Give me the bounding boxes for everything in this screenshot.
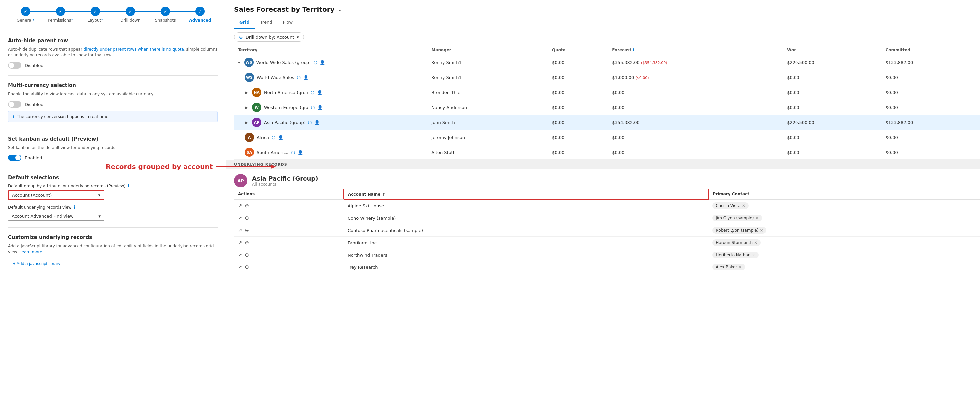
cell-committed: $0.00 xyxy=(881,100,980,115)
forecast-header: Sales Forecast by Territory ⌄ xyxy=(226,0,980,16)
view-dropdown-chevron: ▾ xyxy=(99,214,101,219)
territory-avatar: NA xyxy=(252,88,261,97)
underlying-row: ↗ ⊕ Coho Winery (sample) Jim Glynn (samp… xyxy=(234,212,980,224)
user-icon[interactable]: 👤 xyxy=(320,60,325,65)
share-icon[interactable]: ⬡ xyxy=(297,75,301,80)
remove-contact-icon[interactable]: × xyxy=(760,228,763,233)
step-general[interactable]: ✓ General* xyxy=(8,6,43,22)
underlying-row: ↗ ⊕ Alpine Ski House Cacilia Viera × xyxy=(234,199,980,212)
more-options-icon[interactable]: ⊕ xyxy=(245,264,249,270)
group-label-row: Default group by attribute for underlyin… xyxy=(8,183,218,188)
autohide-title: Auto-hide parent row xyxy=(8,38,218,43)
open-record-icon[interactable]: ↗ xyxy=(238,264,242,270)
view-dropdown[interactable]: Account Advanced Find View ▾ xyxy=(8,212,104,221)
cell-quota: $0.00 xyxy=(548,145,608,160)
tab-grid[interactable]: Grid xyxy=(234,16,255,29)
territory-avatar: WS xyxy=(245,73,254,82)
user-icon[interactable]: 👤 xyxy=(317,90,323,95)
territory-avatar: A xyxy=(245,133,254,142)
step-permissions[interactable]: ✓ Permissions* xyxy=(43,6,78,22)
share-icon[interactable]: ⬡ xyxy=(313,60,317,65)
more-options-icon[interactable]: ⊕ xyxy=(245,203,249,209)
forecast-dropdown-chevron[interactable]: ⌄ xyxy=(338,6,342,13)
expand-icon[interactable]: ▶ xyxy=(245,120,248,125)
step-permissions-label: Permissions* xyxy=(48,18,73,22)
step-drilldown-label: Drill down xyxy=(120,18,140,22)
right-panel: Sales Forecast by Territory ⌄ Grid Trend… xyxy=(226,0,980,413)
cell-committed: $133,882.00 xyxy=(881,115,980,130)
share-icon[interactable]: ⬡ xyxy=(311,90,315,95)
cell-won: $0.00 xyxy=(783,145,881,160)
territory-avatar: W xyxy=(252,103,261,112)
more-options-icon[interactable]: ⊕ xyxy=(245,252,249,258)
open-record-icon[interactable]: ↗ xyxy=(238,227,242,233)
open-record-icon[interactable]: ↗ xyxy=(238,215,242,221)
cell-committed: $133,882.00 xyxy=(881,55,980,70)
share-icon[interactable]: ⬡ xyxy=(308,120,312,125)
cell-territory: SA South America ⬡ 👤 xyxy=(234,145,428,160)
expand-icon[interactable]: ▾ xyxy=(238,60,240,65)
kanban-toggle[interactable] xyxy=(8,154,21,161)
territory-name: South America xyxy=(257,150,288,155)
account-name-cell: Trey Research xyxy=(344,261,708,273)
share-icon[interactable]: ⬡ xyxy=(311,105,315,110)
autohide-toggle[interactable] xyxy=(8,62,21,69)
cell-won: $0.00 xyxy=(783,100,881,115)
expand-icon[interactable]: ▶ xyxy=(245,105,248,110)
user-icon[interactable]: 👤 xyxy=(315,120,320,125)
remove-contact-icon[interactable]: × xyxy=(752,253,755,257)
cell-won: $0.00 xyxy=(783,130,881,145)
drilldown-button[interactable]: ⊕ Drill down by: Account ▾ xyxy=(234,32,304,41)
user-icon[interactable]: 👤 xyxy=(278,135,283,140)
customize-title: Customize underlying records xyxy=(8,234,218,240)
row-icons: ⬡ 👤 xyxy=(311,90,323,95)
open-record-icon[interactable]: ↗ xyxy=(238,203,242,209)
cell-territory: ▶ AP Asia Pacific (group) ⬡ 👤 xyxy=(234,115,428,130)
expand-icon[interactable]: ▶ xyxy=(245,90,248,95)
underlying-group-name: Asia Pacific (Group) xyxy=(252,175,318,182)
group-dropdown-value: Account (Account) xyxy=(12,193,51,198)
share-icon[interactable]: ⬡ xyxy=(272,135,275,140)
step-layout[interactable]: ✓ Layout* xyxy=(78,6,113,22)
step-drilldown-circle: ✓ xyxy=(126,6,135,16)
user-icon[interactable]: 👤 xyxy=(317,105,323,110)
add-javascript-button[interactable]: + Add a javascript library xyxy=(8,259,65,268)
col-committed: Committed xyxy=(881,45,980,55)
multicurrency-toggle[interactable] xyxy=(8,101,21,108)
more-options-icon[interactable]: ⊕ xyxy=(245,240,249,246)
step-drilldown[interactable]: ✓ Drill down xyxy=(113,6,148,22)
cell-committed: $0.00 xyxy=(881,70,980,85)
step-advanced[interactable]: ✓ Advanced xyxy=(183,6,218,22)
kanban-toggle-row: Enabled xyxy=(8,154,218,161)
remove-contact-icon[interactable]: × xyxy=(738,265,741,270)
remove-contact-icon[interactable]: × xyxy=(742,203,745,208)
territory-avatar: WS xyxy=(244,58,254,67)
remove-contact-icon[interactable]: × xyxy=(755,216,759,220)
kanban-desc: Set kanban as the default view for under… xyxy=(8,145,218,151)
user-icon[interactable]: 👤 xyxy=(303,75,309,80)
view-label: Default underlying records view xyxy=(8,205,72,210)
remove-contact-icon[interactable]: × xyxy=(754,240,757,245)
share-icon[interactable]: ⬡ xyxy=(291,150,295,155)
view-label-row: Default underlying records view ℹ xyxy=(8,205,218,210)
view-label-info-icon: ℹ xyxy=(74,205,75,210)
open-record-icon[interactable]: ↗ xyxy=(238,252,242,258)
col-quota: Quota xyxy=(548,45,608,55)
learn-more-link[interactable]: Learn more. xyxy=(19,249,43,254)
more-options-icon[interactable]: ⊕ xyxy=(245,227,249,233)
cell-manager: Jeremy Johnson xyxy=(428,130,548,145)
tab-trend[interactable]: Trend xyxy=(255,16,278,29)
kanban-section: Set kanban as default (Preview) Set kanb… xyxy=(8,129,218,168)
group-dropdown[interactable]: Account (Account) ▾ xyxy=(8,191,104,200)
cell-quota: $0.00 xyxy=(548,115,608,130)
cell-quota: $0.00 xyxy=(548,100,608,115)
group-label-info-icon: ℹ xyxy=(128,183,129,188)
user-icon[interactable]: 👤 xyxy=(298,150,303,155)
step-snapshots[interactable]: ✓ Snapshots xyxy=(148,6,183,22)
territory-name: World Wide Sales xyxy=(257,75,294,80)
territory-avatar: SA xyxy=(245,148,254,157)
multicurrency-section: Multi-currency selection Enable the abil… xyxy=(8,75,218,129)
open-record-icon[interactable]: ↗ xyxy=(238,240,242,246)
tab-flow[interactable]: Flow xyxy=(277,16,298,29)
more-options-icon[interactable]: ⊕ xyxy=(245,215,249,221)
